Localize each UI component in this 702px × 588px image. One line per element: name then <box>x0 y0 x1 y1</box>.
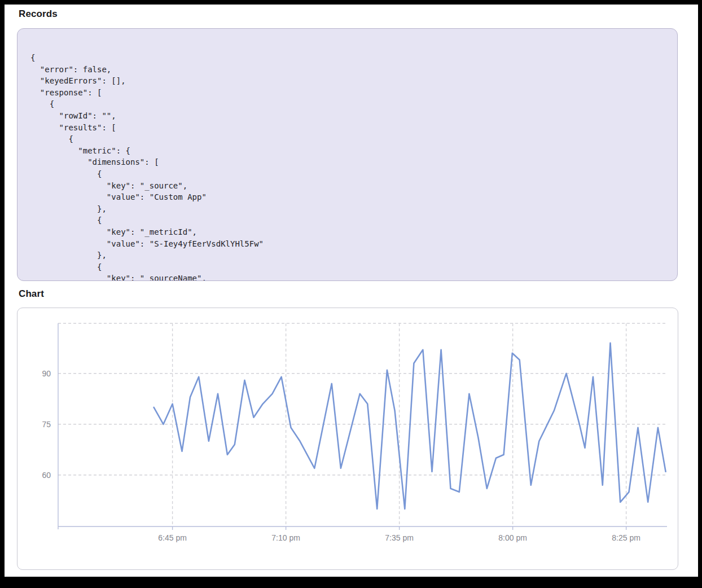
y-axis-label-75: 75 <box>42 420 51 429</box>
x-axis-label: 6:45 pm <box>158 533 187 542</box>
y-axis-label-60: 60 <box>42 471 51 480</box>
records-json-text: { "error": false, "keyedErrors": [], "re… <box>17 29 677 281</box>
chart-svg: 6075906:45 pm7:10 pm7:35 pm8:00 pm8:25 p… <box>17 308 678 570</box>
y-axis-label-90: 90 <box>42 369 51 378</box>
records-code-block[interactable]: { "error": false, "keyedErrors": [], "re… <box>17 28 678 281</box>
page: Records { "error": false, "keyedErrors":… <box>5 5 698 577</box>
records-section-heading: Records <box>19 8 58 20</box>
x-axis-label: 8:25 pm <box>612 533 640 542</box>
x-axis-label: 7:10 pm <box>271 533 300 542</box>
series-line-metric-value <box>154 343 666 509</box>
chart-section-heading: Chart <box>19 288 44 300</box>
x-axis-label: 7:35 pm <box>385 533 414 542</box>
x-axis-label: 8:00 pm <box>498 533 527 542</box>
